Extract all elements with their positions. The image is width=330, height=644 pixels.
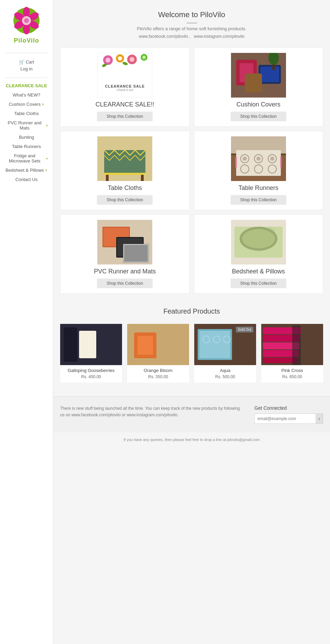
sidebar-item-clearance-sale[interactable]: CLEARANCE SALE xyxy=(3,81,50,90)
sidebar-divider-top xyxy=(5,53,47,53)
pvcrunner-image xyxy=(97,220,152,264)
svg-point-10 xyxy=(106,58,110,63)
sold-out-badge-2: Sold Out xyxy=(236,327,253,332)
instagram-link[interactable]: www.instagram.com/pilovilo xyxy=(194,34,244,39)
svg-point-62 xyxy=(242,229,275,248)
clearance-text-box: CLEARANCE SALE Check it out xyxy=(101,82,149,94)
clearance-collection-title: CLEARANCE SALE!! xyxy=(96,101,154,108)
sidebar-item-table-cloths[interactable]: Table Cloths xyxy=(3,109,50,118)
svg-rect-68 xyxy=(138,336,153,355)
logo-text: PiloVilo xyxy=(14,37,39,44)
tablerunner-image xyxy=(231,136,286,181)
sidebar-item-cushion-covers[interactable]: Cushion Covers + xyxy=(3,100,50,109)
clearance-image: CLEARANCE SALE Check it out xyxy=(97,53,152,98)
email-submit-button[interactable]: › xyxy=(316,414,323,423)
bedsheet-image xyxy=(231,220,286,264)
email-input[interactable] xyxy=(255,414,316,423)
svg-rect-31 xyxy=(103,173,146,175)
sidebar-nav: CLEARANCE SALE What's NEW? Cushion Cover… xyxy=(0,81,53,184)
cushion-plus-icon: + xyxy=(42,102,44,107)
products-grid: Galloping Gooseberries Rs. 400.00 Orange… xyxy=(60,324,323,383)
cart-icon: 🛒 xyxy=(19,59,24,65)
sidebar: PiloVilo 🛒 Cart Log in CLEARANCE SALE Wh… xyxy=(0,0,53,644)
product-name-3: Pink Cross xyxy=(280,368,305,373)
tablerunner-svg xyxy=(231,136,286,181)
clearance-card-label: CLEARANCE SALE xyxy=(105,84,145,88)
footer-section: There is new stuff being launched all th… xyxy=(53,396,330,432)
collection-card-cushion: Cushion Covers Shop this Collection xyxy=(194,47,323,127)
product-image-wrap-3 xyxy=(261,324,323,365)
cushion-collection-title: Cushion Covers xyxy=(236,101,280,108)
clearance-card-sub: Check it out xyxy=(105,88,145,92)
svg-point-18 xyxy=(122,61,128,66)
sidebar-item-pvc-runner[interactable]: PVC Runner and Mats + xyxy=(3,118,50,132)
bedsheet-plus-icon: + xyxy=(45,168,47,173)
svg-rect-65 xyxy=(79,331,96,358)
bedsheet-collection-title: Bedsheet & Pillows xyxy=(232,268,285,275)
facebook-link[interactable]: www.facebook.com/pilovilo xyxy=(139,34,188,39)
cushion-shop-button[interactable]: Shop this Collection xyxy=(231,112,286,121)
login-link[interactable]: Log in xyxy=(20,66,32,71)
pvcrunner-shop-button[interactable]: Shop this Collection xyxy=(97,279,153,288)
svg-rect-72 xyxy=(199,331,230,358)
sidebar-item-whats-new[interactable]: What's NEW? xyxy=(3,91,50,99)
clearance-shop-button[interactable]: Shop this Collection xyxy=(97,112,153,121)
product-image-0 xyxy=(60,324,122,365)
footer-contact-text: If you have any queries, then please fee… xyxy=(60,438,323,442)
svg-point-8 xyxy=(24,18,29,23)
bedsheet-shop-button[interactable]: Shop this Collection xyxy=(231,279,286,288)
collection-card-tablecloth: Table Cloths Shop this Collection xyxy=(60,131,190,210)
product-name-2: Aqua xyxy=(218,368,232,373)
sidebar-item-fridge-microwave[interactable]: Fridge and Microwave Sets + xyxy=(3,151,50,165)
pvc-plus-icon: + xyxy=(45,123,48,128)
sidebar-item-bunting[interactable]: Bunting xyxy=(3,133,50,142)
logo-image xyxy=(13,7,40,34)
svg-rect-24 xyxy=(245,74,262,92)
email-input-wrap: › xyxy=(254,414,323,424)
svg-rect-23 xyxy=(260,67,279,82)
clearance-flowers-svg xyxy=(98,53,152,74)
cart-label: Cart xyxy=(26,59,34,65)
footer-new-stuff-text: There is new stuff being launched all th… xyxy=(60,405,244,418)
product-card-0: Galloping Gooseberries Rs. 400.00 xyxy=(60,324,122,383)
product-name-0: Galloping Gooseberries xyxy=(66,368,117,373)
tablecloth-shop-button[interactable]: Shop this Collection xyxy=(97,195,153,205)
sidebar-item-table-runners[interactable]: Table Runners xyxy=(3,142,50,151)
tablecloth-svg xyxy=(97,136,152,181)
bedsheet-svg xyxy=(231,220,286,264)
pvcrunner-collection-title: PVC Runner and Mats xyxy=(94,268,156,275)
welcome-divider xyxy=(187,23,197,23)
svg-rect-46 xyxy=(280,157,282,167)
sidebar-item-contact-us[interactable]: Contact Us xyxy=(3,175,50,184)
sidebar-item-bedsheet-pillows[interactable]: Bedsheet & Pillows + xyxy=(3,166,50,174)
svg-rect-82 xyxy=(292,326,301,365)
product-image-wrap-2: Sold Out xyxy=(194,324,256,365)
cart-link[interactable]: 🛒 Cart xyxy=(19,59,34,65)
product-card-1: Orange Bloom Rs. 350.00 xyxy=(127,324,189,383)
tablerunner-shop-button[interactable]: Shop this Collection xyxy=(231,195,286,205)
login-label: Log in xyxy=(20,66,32,71)
product-image-wrap-1 xyxy=(127,324,189,365)
welcome-links: www.facebook.com/pilovilo , www.instagra… xyxy=(60,34,323,39)
tablerunner-collection-title: Table Runners xyxy=(239,184,278,192)
svg-point-14 xyxy=(130,57,134,62)
product-price-0: Rs. 400.00 xyxy=(81,374,101,379)
cushion-image xyxy=(231,53,286,98)
get-connected-title: Get Connected xyxy=(254,405,323,411)
svg-rect-64 xyxy=(64,327,77,362)
product-image-wrap-0 xyxy=(60,324,122,365)
svg-rect-45 xyxy=(235,157,237,167)
collection-card-pvcrunner: PVC Runner and Mats Shop this Collection xyxy=(60,214,190,294)
product-name-1: Orange Bloom xyxy=(142,368,174,373)
product-card-3: Pink Cross Rs. 850.00 xyxy=(261,324,323,383)
link-separator: , xyxy=(189,34,190,39)
collection-card-bedsheet: Bedsheet & Pillows Shop this Collection xyxy=(194,214,323,294)
footer-body-text: There is new stuff being launched all th… xyxy=(60,405,244,424)
cushion-svg xyxy=(231,53,286,98)
product-price-2: Rs. 500.00 xyxy=(215,374,235,379)
collection-card-clearance: CLEARANCE SALE Check it out CLEARANCE SA… xyxy=(60,47,190,127)
fridge-plus-icon: + xyxy=(45,156,48,161)
featured-section: Featured Products Galloping Gooseberries… xyxy=(53,297,330,393)
collection-card-tablerunner: Table Runners Shop this Collection xyxy=(194,131,323,210)
welcome-title: Welcome to PiloVilo xyxy=(60,10,323,19)
